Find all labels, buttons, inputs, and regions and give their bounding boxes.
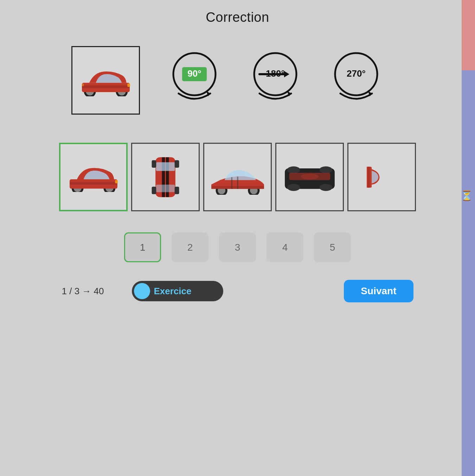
rotation-options: 90° 180° xyxy=(168,48,383,113)
num-btn-2[interactable]: 2 xyxy=(172,232,208,262)
answer-car-5 xyxy=(367,153,397,202)
svg-rect-32 xyxy=(152,160,156,167)
suivant-button[interactable]: Suivant xyxy=(344,280,413,302)
svg-rect-34 xyxy=(152,186,156,194)
svg-marker-15 xyxy=(284,71,289,77)
svg-point-45 xyxy=(287,166,300,173)
rotation-270-svg: 270° xyxy=(330,48,383,113)
answer-car-3 xyxy=(208,160,268,195)
answer-box-1[interactable] xyxy=(59,143,128,211)
top-section: 90° 180° xyxy=(71,46,383,115)
answer-box-3[interactable] xyxy=(203,143,272,211)
rotation-180-container: 180° xyxy=(249,48,302,113)
answer-box-4[interactable] xyxy=(275,143,344,211)
svg-rect-25 xyxy=(70,182,117,185)
svg-rect-30 xyxy=(156,162,175,171)
answer-box-5[interactable] xyxy=(347,143,416,211)
rotation-90-svg: 90° xyxy=(168,48,221,113)
svg-rect-31 xyxy=(156,185,175,192)
num-btn-5[interactable]: 5 xyxy=(314,232,351,262)
number-buttons: 1 2 3 4 5 xyxy=(124,232,351,262)
progress-text: 1 / 3 → 40 xyxy=(62,286,104,297)
toggle-label: Exercice xyxy=(154,286,191,297)
num-btn-4[interactable]: 4 xyxy=(267,232,303,262)
reference-car-svg xyxy=(76,65,136,96)
answer-car-4 xyxy=(280,160,340,195)
rotation-90-container: 90° xyxy=(168,48,221,113)
svg-rect-7 xyxy=(82,83,84,86)
page-title: Correction xyxy=(206,10,269,25)
svg-rect-5 xyxy=(82,85,130,88)
sidebar-red-section xyxy=(462,0,475,70)
svg-text:90°: 90° xyxy=(187,68,201,79)
svg-point-47 xyxy=(287,184,300,191)
svg-rect-56 xyxy=(368,167,370,188)
svg-rect-35 xyxy=(175,186,179,194)
svg-text:270°: 270° xyxy=(347,68,366,79)
answer-box-2[interactable] xyxy=(131,143,200,211)
toggle-container[interactable]: Exercice xyxy=(132,281,223,301)
page-container: Correction xyxy=(0,0,475,476)
svg-point-46 xyxy=(319,166,332,173)
hourglass-icon: ⏳ xyxy=(461,190,473,201)
svg-rect-33 xyxy=(175,160,179,167)
sidebar-blue-section xyxy=(462,70,475,476)
answer-section xyxy=(59,143,416,211)
answer-car-1 xyxy=(64,162,123,192)
toggle-knob xyxy=(134,283,150,299)
svg-text:180°: 180° xyxy=(266,68,285,79)
num-btn-3[interactable]: 3 xyxy=(219,232,256,262)
svg-point-50 xyxy=(301,174,319,180)
svg-rect-6 xyxy=(127,83,130,86)
rotation-270-container: 270° xyxy=(330,48,383,113)
num-btn-1[interactable]: 1 xyxy=(124,232,161,262)
answer-car-2 xyxy=(150,153,180,202)
right-sidebar xyxy=(462,0,475,476)
svg-point-48 xyxy=(319,184,332,191)
svg-rect-26 xyxy=(115,180,118,183)
bottom-bar: 1 / 3 → 40 Exercice Suivant xyxy=(62,280,413,302)
reference-image-box xyxy=(71,46,140,115)
rotation-180-svg: 180° xyxy=(249,48,302,113)
